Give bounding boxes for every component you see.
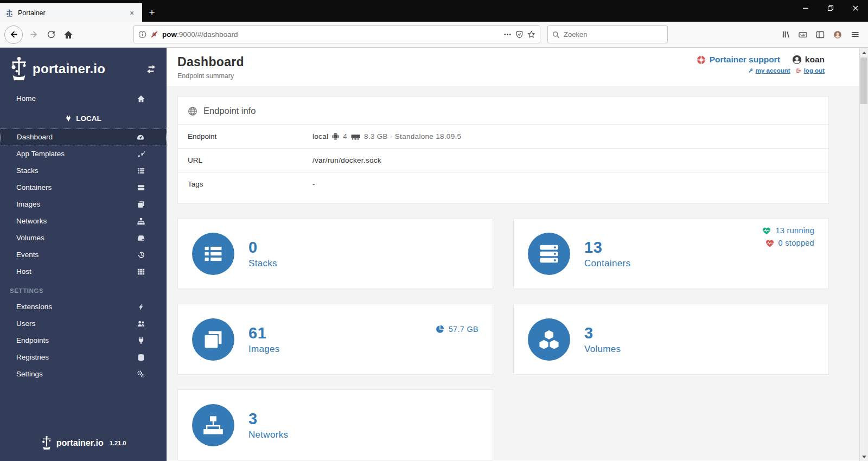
stacks-widget-icon [192, 233, 234, 275]
networks-widget[interactable]: 3 Networks [177, 389, 493, 460]
images-size-value: 57.7 GB [449, 325, 478, 334]
sidebar-item-containers[interactable]: Containers [0, 179, 167, 196]
database-icon [137, 354, 145, 361]
portainer-support-link[interactable]: Portainer support [697, 55, 780, 65]
plug-icon [65, 115, 72, 122]
sidebar-item-volumes[interactable]: Volumes [0, 229, 167, 246]
back-button[interactable] [4, 25, 23, 44]
volumes-widget[interactable]: 3 Volumes [513, 304, 829, 375]
home-icon [137, 95, 145, 103]
docker-socket-path: /var/run/docker.sock [312, 156, 381, 164]
page-subtitle: Endpoint summary [177, 72, 244, 80]
header-right: Portainer support koan my account log ou… [697, 55, 825, 80]
user-circle-icon [792, 55, 802, 65]
main-area: Dashboard Endpoint summary Portainer sup… [167, 48, 868, 461]
url-host: pow [162, 30, 177, 39]
menu-hamburger-icon[interactable] [846, 26, 864, 43]
sidebar-item-extensions[interactable]: Extensions [0, 298, 167, 315]
sidebar-item-app-templates[interactable]: App Templates [0, 145, 167, 162]
search-input[interactable] [564, 30, 663, 39]
globe-icon [188, 106, 197, 116]
sidebar-item-home[interactable]: Home [0, 90, 167, 107]
memory-icon [351, 133, 360, 140]
sidebar-footer: portainer.io 1.21.0 [0, 436, 167, 461]
sidebar-logo-row: portainer.io [0, 48, 167, 90]
portainer-app: portainer.io Home LOCAL Dashboard App Te… [0, 48, 868, 461]
life-ring-icon [697, 55, 706, 65]
sidebar-item-events[interactable]: Events [0, 246, 167, 263]
portainer-logo-icon [9, 56, 29, 81]
minimize-button[interactable] [793, 0, 818, 16]
page-scrollbar[interactable] [859, 48, 868, 461]
browser-toolbar: pow:9000/#/dashboard [0, 22, 868, 48]
blocked-plugin-icon[interactable] [150, 30, 158, 39]
cpu-count: 4 [343, 132, 347, 140]
images-label: Images [248, 344, 280, 355]
sitemap-icon [137, 217, 145, 225]
library-icon[interactable] [777, 26, 794, 43]
reload-button[interactable] [42, 26, 60, 43]
sidebar-item-networks[interactable]: Networks [0, 213, 167, 229]
scrollbar-thumb[interactable] [860, 57, 867, 104]
running-count: 13 running [775, 226, 814, 235]
shield-icon[interactable] [515, 30, 524, 39]
plug-icon [137, 337, 145, 344]
dashboard-content: Endpoint info Endpoint local 4 8.3 GB - … [167, 86, 868, 460]
containers-widget[interactable]: 13 Containers 13 running 0 stopped [513, 218, 829, 289]
search-bar[interactable] [547, 25, 668, 43]
dashboard-widgets: 0 Stacks 13 Containers 1 [177, 218, 829, 460]
bolt-icon [137, 303, 145, 311]
keyboard-icon[interactable] [794, 26, 812, 43]
endpoint-name: local [312, 132, 328, 140]
sidebar-toggle-icon[interactable] [812, 26, 829, 43]
sidebar-item-endpoints[interactable]: Endpoints [0, 332, 167, 349]
users-icon [137, 320, 145, 328]
browser-tab[interactable]: Portainer × [0, 3, 142, 22]
tab-close-icon[interactable]: × [127, 9, 137, 17]
scroll-up-arrow[interactable] [860, 48, 868, 57]
stacks-widget[interactable]: 0 Stacks [177, 218, 493, 289]
url-row: URL /var/run/docker.sock [178, 149, 828, 172]
heartbeat-running-icon [762, 227, 771, 235]
sidebar-collapse-icon[interactable] [146, 65, 156, 73]
log-out-link[interactable]: log out [796, 67, 825, 74]
sidebar-item-host[interactable]: Host [0, 263, 167, 280]
stopped-count: 0 stopped [778, 239, 814, 247]
home-button[interactable] [60, 26, 77, 43]
sidebar-section-settings: SETTINGS [0, 280, 167, 298]
url-bar[interactable]: pow:9000/#/dashboard [133, 25, 540, 43]
sidebar-item-users[interactable]: Users [0, 315, 167, 332]
page-title: Dashboard [177, 55, 244, 69]
stacks-label: Stacks [248, 258, 277, 269]
url-text: pow:9000/#/dashboard [162, 30, 500, 39]
forward-button[interactable] [25, 26, 42, 43]
my-account-link[interactable]: my account [748, 67, 790, 74]
site-info-icon[interactable] [138, 30, 146, 39]
close-button[interactable] [843, 0, 868, 16]
restore-button[interactable] [818, 0, 843, 16]
sidebar-item-settings[interactable]: Settings [0, 366, 167, 382]
list-icon [137, 167, 145, 175]
sidebar-item-images[interactable]: Images [0, 196, 167, 213]
sidebar-item-registries[interactable]: Registries [0, 349, 167, 366]
scroll-down-arrow[interactable] [860, 452, 868, 461]
bookmark-star-icon[interactable] [527, 30, 535, 39]
sidebar-item-dashboard[interactable]: Dashboard [0, 129, 167, 145]
networks-widget-icon [192, 404, 234, 446]
images-widget[interactable]: 61 Images 57.7 GB [177, 304, 493, 375]
sign-out-icon [796, 68, 802, 74]
images-widget-icon [192, 318, 234, 361]
account-avatar-icon[interactable] [829, 26, 846, 43]
sidebar-item-stacks[interactable]: Stacks [0, 162, 167, 179]
server-icon [137, 184, 145, 191]
microchip-icon [332, 133, 339, 140]
tab-favicon [5, 9, 14, 17]
volumes-count: 3 [584, 324, 621, 342]
containers-count: 13 [584, 239, 630, 257]
tags-value: - [312, 180, 315, 188]
images-size: 57.7 GB [436, 325, 478, 337]
new-tab-button[interactable]: + [142, 3, 162, 22]
containers-label: Containers [584, 258, 630, 269]
page-actions-icon[interactable] [503, 30, 512, 39]
sidebar-logo-text: portainer.io [33, 61, 105, 76]
